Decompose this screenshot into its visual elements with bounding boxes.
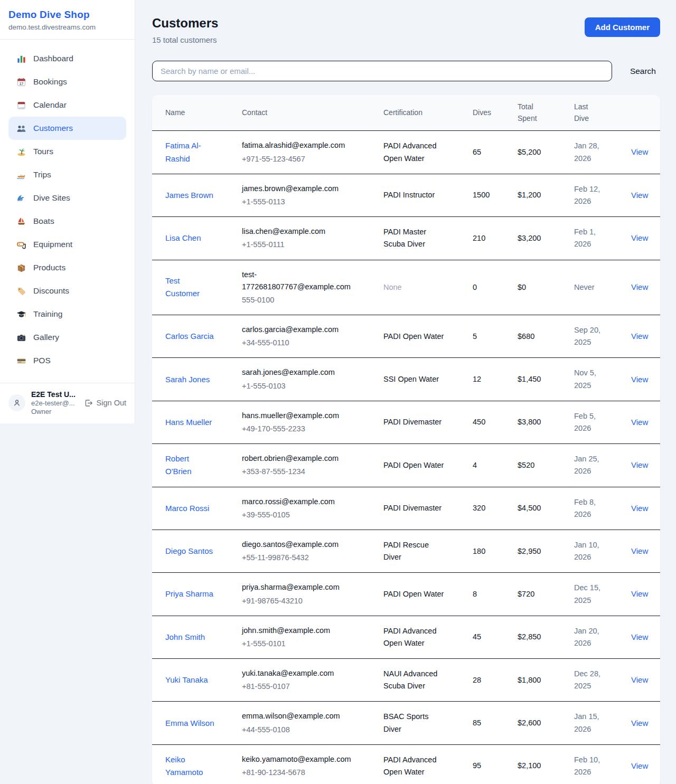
sidebar-item-pos[interactable]: POS (8, 349, 126, 372)
customer-total-spent: $2,950 (504, 530, 561, 572)
customer-name-link[interactable]: James Brown (165, 191, 213, 200)
page-subtitle: 15 total customers (152, 35, 218, 44)
sidebar-item-tours[interactable]: Tours (8, 140, 126, 163)
view-link[interactable]: View (631, 460, 648, 469)
customer-dives: 4 (459, 444, 504, 487)
customer-email: james.brown@example.com (242, 183, 353, 195)
user-email: e2e-tester@... (31, 399, 78, 407)
sidebar: Demo Dive Shop demo.test.divestreams.com… (0, 0, 135, 423)
avatar (8, 394, 25, 411)
view-link[interactable]: View (631, 632, 648, 641)
customer-total-spent: $680 (504, 315, 561, 358)
customer-certification: PADI Rescue Diver (370, 530, 459, 572)
view-link[interactable]: View (631, 233, 648, 242)
customer-last-dive: Sep 20, 2025 (561, 315, 618, 358)
table-row: Lisa Chen lisa.chen@example.com+1-555-01… (152, 217, 660, 260)
sidebar-item-products[interactable]: Products (8, 256, 126, 279)
column-header-dives: Dives (459, 95, 504, 131)
table-row: James Brown james.brown@example.com+1-55… (152, 174, 660, 216)
view-link[interactable]: View (631, 375, 648, 384)
sidebar-item-training[interactable]: Training (8, 303, 126, 326)
sidebar-item-label: Gallery (33, 333, 59, 342)
add-customer-button[interactable]: Add Customer (585, 17, 660, 37)
view-link[interactable]: View (631, 546, 648, 555)
column-header-total-spent: Total Spent (504, 95, 561, 131)
sidebar-item-label: Discounts (33, 286, 69, 296)
column-header-name: Name (152, 95, 229, 131)
sidebar-item-dashboard[interactable]: Dashboard (8, 47, 126, 70)
sidebar-item-trips[interactable]: Trips (8, 163, 126, 186)
view-link[interactable]: View (631, 332, 648, 341)
sidebar-item-gallery[interactable]: Gallery (8, 326, 126, 349)
customer-dives: 210 (459, 217, 504, 260)
customer-last-dive: Feb 12, 2026 (561, 174, 618, 216)
view-link[interactable]: View (631, 675, 648, 684)
customer-phone: 555-0100 (242, 294, 353, 306)
camera-icon (16, 332, 26, 343)
customer-total-spent: $1,200 (504, 174, 561, 216)
customer-dives: 65 (459, 131, 504, 174)
sidebar-item-discounts[interactable]: Discounts (8, 279, 126, 303)
customer-certification: PADI Master Scuba Diver (370, 217, 459, 260)
view-link[interactable]: View (631, 504, 648, 513)
customer-certification: PADI Divemaster (370, 401, 459, 443)
sidebar-item-calendar[interactable]: Calendar (8, 93, 126, 117)
view-link[interactable]: View (631, 589, 648, 598)
customer-certification: PADI Instructor (370, 174, 459, 216)
table-row: Yuki Tanaka yuki.tanaka@example.com+81-5… (152, 659, 660, 702)
customer-total-spent: $2,600 (504, 702, 561, 744)
sidebar-item-equipment[interactable]: Equipment (8, 233, 126, 256)
customer-name-link[interactable]: Yuki Tanaka (165, 675, 208, 684)
customer-name-link[interactable]: Hans Mueller (165, 418, 212, 427)
view-link[interactable]: View (631, 191, 648, 200)
sidebar-item-customers[interactable]: Customers (8, 117, 126, 140)
customer-name-link[interactable]: Fatima Al-Rashid (165, 141, 201, 163)
view-link[interactable]: View (631, 719, 648, 728)
graduation-cap-icon (16, 309, 26, 319)
customer-dives: 320 (459, 487, 504, 530)
customer-certification: PADI Divemaster (370, 487, 459, 530)
customer-email: keiko.yamamoto@example.com (242, 753, 353, 766)
customer-total-spent: $4,500 (504, 487, 561, 530)
search-bar: Search (152, 61, 660, 81)
customer-phone: +971-55-123-4567 (242, 153, 353, 165)
user-name: E2E Test U... (31, 390, 78, 399)
customer-name-link[interactable]: Test Customer (165, 276, 200, 298)
customer-name-link[interactable]: Robert O'Brien (165, 454, 192, 476)
shop-name: Demo Dive Shop (8, 9, 126, 21)
customer-email: emma.wilson@example.com (242, 710, 353, 722)
customer-name-link[interactable]: Lisa Chen (165, 233, 201, 242)
customer-total-spent: $1,800 (504, 659, 561, 702)
people-icon (16, 123, 26, 134)
customer-name-link[interactable]: Priya Sharma (165, 589, 213, 598)
view-link[interactable]: View (631, 418, 648, 427)
customer-name-link[interactable]: Keiko Yamamoto (165, 755, 203, 777)
sidebar-item-label: Boats (33, 216, 54, 226)
sidebar-item-boats[interactable]: Boats (8, 210, 126, 233)
customer-name-link[interactable]: Diego Santos (165, 546, 213, 555)
customer-last-dive: Feb 1, 2026 (561, 217, 618, 260)
sign-out-button[interactable]: Sign Out (84, 399, 126, 408)
customer-name-link[interactable]: Emma Wilson (165, 719, 214, 728)
sign-out-icon (84, 399, 93, 408)
sidebar-item-label: POS (33, 356, 51, 365)
customer-last-dive: Nov 5, 2025 (561, 358, 618, 401)
customer-name-link[interactable]: John Smith (165, 632, 205, 641)
customer-last-dive: Feb 10, 2026 (561, 744, 618, 784)
customer-name-link[interactable]: Sarah Jones (165, 375, 210, 384)
customer-name-link[interactable]: Marco Rossi (165, 504, 209, 513)
customer-last-dive: Jan 25, 2026 (561, 444, 618, 487)
view-link[interactable]: View (631, 147, 648, 156)
view-link[interactable]: View (631, 761, 648, 770)
sidebar-item-dive-sites[interactable]: Dive Sites (8, 186, 126, 210)
customer-email: robert.obrien@example.com (242, 452, 353, 465)
search-input[interactable] (152, 61, 612, 81)
customer-name-link[interactable]: Carlos Garcia (165, 332, 214, 341)
view-link[interactable]: View (631, 282, 648, 291)
sidebar-item-bookings[interactable]: 17 Bookings (8, 70, 126, 93)
sidebar-item-label: Calendar (33, 100, 67, 110)
page-title: Customers (152, 16, 218, 31)
customer-total-spent: $520 (504, 444, 561, 487)
sidebar-item-label: Training (33, 309, 62, 319)
search-button[interactable]: Search (626, 64, 660, 78)
